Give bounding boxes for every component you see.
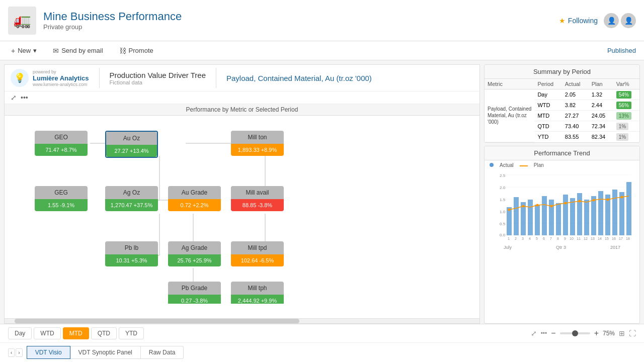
actual-qtd: 73.40 — [562, 121, 589, 132]
svg-rect-27 — [528, 200, 533, 235]
logo: 🚛 — [8, 7, 36, 35]
svg-point-44 — [536, 204, 539, 206]
metric-geg[interactable]: GEG 1.55 -9.1% — [35, 186, 88, 211]
svg-point-42 — [508, 208, 511, 211]
new-label: New — [18, 47, 31, 54]
svg-rect-37 — [598, 191, 603, 235]
metric-pb-grade[interactable]: Pb Grade 0.27 -3.8% — [168, 282, 221, 304]
svg-text:14: 14 — [598, 237, 602, 240]
metric-mill-ton[interactable]: Mill ton 1,893.33 +8.9% — [231, 131, 284, 156]
var-ytd: 1% — [613, 132, 639, 142]
logo-icon: 🚛 — [14, 12, 31, 29]
lumiere-logo: 💡 powered by Lumière Analytics www.lumie… — [11, 69, 89, 87]
svg-point-43 — [522, 205, 525, 207]
expand-icon[interactable]: ⤢ — [11, 94, 17, 102]
fullscreen-icon[interactable]: ⛶ — [629, 329, 636, 337]
qtr-label: Qtr 3 — [556, 245, 566, 250]
actual-day: 2.05 — [562, 89, 589, 100]
view-tab-vdt-visio[interactable]: VDT Visio — [27, 346, 70, 359]
svg-text:2.0: 2.0 — [500, 186, 506, 190]
viz-actions: ⤢ ••• — [5, 92, 479, 104]
trend-title: Performance Trend — [485, 146, 639, 160]
view-tab-synoptic[interactable]: VDT Synoptic Panel — [70, 346, 141, 359]
metric-mill-tpd[interactable]: Mill tpd 102.64 -6.5% — [231, 241, 284, 266]
zoom-in-button[interactable]: + — [594, 329, 599, 338]
chart-title: Production Value Driver Tree — [110, 71, 206, 79]
following-button[interactable]: ★ Following — [559, 17, 598, 25]
svg-text:1.5: 1.5 — [500, 198, 506, 202]
metric-mill-tph[interactable]: Mill tph 2,444.92 +9.9% — [231, 282, 284, 304]
content-area: 💡 powered by Lumière Analytics www.lumie… — [0, 60, 644, 324]
view-tab-raw-data[interactable]: Raw Data — [141, 346, 184, 359]
zoom-slider[interactable] — [560, 332, 590, 334]
svg-point-49 — [607, 198, 609, 201]
lumiere-name: Lumière Analytics — [33, 74, 89, 82]
nav-arrows: ‹ › — [8, 346, 23, 359]
svg-point-50 — [621, 196, 623, 198]
metric-geo[interactable]: GEO 71.47 +8.7% — [35, 131, 88, 156]
tree-area: GEO 71.47 +8.7% Au Oz 27.27 +13.4% Mill … — [5, 116, 479, 304]
email-label: Send by email — [61, 47, 103, 54]
publish-button[interactable]: Published — [607, 47, 636, 54]
svg-text:7: 7 — [550, 237, 552, 240]
header-left: 🚛 Mine Business Performance Private grou… — [8, 7, 182, 35]
email-button[interactable]: ✉ Send by email — [50, 45, 106, 57]
plan-legend-line — [520, 165, 528, 166]
star-icon: ★ — [559, 17, 566, 25]
prev-arrow[interactable]: ‹ — [8, 348, 15, 357]
header: 🚛 Mine Business Performance Private grou… — [0, 0, 644, 41]
period-tab-mtd[interactable]: MTD — [63, 327, 89, 339]
var-wtd: 56% — [613, 100, 639, 111]
trend-chart: 2.5 2.0 1.5 1.0 0.5 0.0 — [490, 172, 634, 242]
svg-text:3: 3 — [522, 237, 524, 240]
period-tab-ytd[interactable]: YTD — [119, 327, 144, 339]
zoom-out-button[interactable]: − — [551, 329, 555, 338]
svg-point-46 — [565, 202, 567, 204]
metric-au-grade[interactable]: Au Grade 0.72 +2.2% — [168, 186, 221, 211]
metric-pb-lb[interactable]: Pb lb 10.31 +5.3% — [105, 241, 158, 266]
chart-title-block: Production Value Driver Tree Fictional d… — [110, 71, 206, 85]
svg-text:5: 5 — [536, 237, 538, 240]
period-tab-day[interactable]: Day — [8, 327, 32, 339]
period-tab-wtd[interactable]: WTD — [34, 327, 60, 339]
next-arrow[interactable]: › — [16, 348, 22, 357]
viz-header: 💡 powered by Lumière Analytics www.lumie… — [5, 65, 479, 92]
horizontal-scrollbar[interactable] — [5, 318, 479, 323]
main-content: 💡 powered by Lumière Analytics www.lumie… — [0, 60, 644, 362]
period-ytd: YTD — [534, 132, 561, 142]
col-plan: Plan — [589, 79, 613, 89]
period-label: July — [504, 245, 512, 250]
promote-button[interactable]: ⛓ Promote — [116, 45, 156, 57]
svg-text:11: 11 — [577, 237, 581, 240]
metric-ag-oz[interactable]: Ag Oz 1,270.47 +37.5% — [105, 186, 158, 211]
performance-label: Performance by Metric or Selected Period — [5, 104, 479, 116]
svg-rect-39 — [612, 190, 617, 235]
col-metric: Metric — [485, 79, 534, 89]
avatar-2: 👤 — [621, 13, 636, 28]
plan-mtd: 24.05 — [589, 111, 613, 121]
expand-view-icon[interactable]: ⤢ — [531, 329, 537, 337]
metric-mill-avail[interactable]: Mill avail 88.85 -3.8% — [231, 186, 284, 211]
metric-ag-grade[interactable]: Ag Grade 25.76 +25.9% — [168, 241, 221, 266]
zoom-controls: ⤢ ••• − + 75% ⊞ ⛶ — [531, 329, 636, 338]
summary-table: Metric Period Actual Plan Var% Payload, … — [485, 79, 639, 142]
period-tab-qtd[interactable]: QTD — [91, 327, 117, 339]
more-icon[interactable]: ••• — [21, 94, 28, 102]
new-button[interactable]: + New ▾ — [8, 45, 40, 57]
promote-icon: ⛓ — [119, 47, 126, 55]
var-mtd: 13% — [613, 111, 639, 121]
chevron-down-icon: ▾ — [33, 47, 37, 54]
svg-text:0.5: 0.5 — [500, 222, 506, 226]
svg-rect-33 — [570, 198, 575, 235]
more-options-icon[interactable]: ••• — [541, 330, 547, 337]
svg-rect-31 — [556, 203, 561, 235]
actual-legend-dot — [490, 163, 494, 167]
trend-box: Performance Trend Actual Plan 2.5 2.0 1.… — [484, 146, 640, 324]
page-title: Mine Business Performance — [43, 10, 182, 23]
var-qtd: 1% — [613, 121, 639, 132]
grid-icon[interactable]: ⊞ — [619, 329, 625, 337]
zoom-percent: 75% — [603, 330, 615, 337]
col-period: Period — [534, 79, 561, 89]
year-label: 2017 — [610, 245, 620, 250]
metric-au-oz[interactable]: Au Oz 27.27 +13.4% — [105, 131, 158, 158]
